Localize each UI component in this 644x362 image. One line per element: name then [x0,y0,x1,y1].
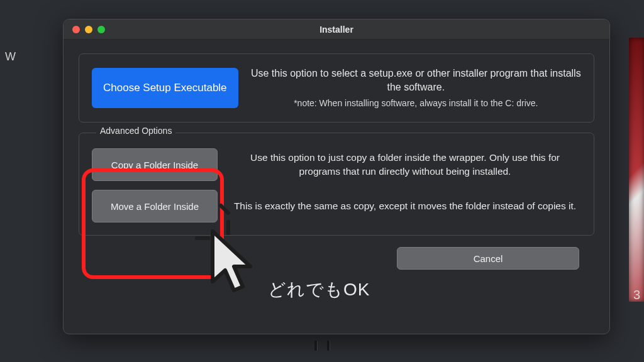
choose-setup-executable-button[interactable]: Choose Setup Executable [92,68,238,108]
move-row: Move a Folder Inside This is exactly the… [92,190,581,222]
top-panel-description: Use this option to select a setup.exe or… [251,67,581,109]
background-number: 3 [633,288,640,302]
installer-window: Installer Choose Setup Executable Use th… [63,19,610,334]
advanced-options-group: Advanced Options Copy a Folder Inside Us… [79,133,594,236]
dock-handle-icon [308,341,336,351]
top-panel: Choose Setup Executable Use this option … [79,53,594,123]
top-description-text: Use this option to select a setup.exe or… [251,68,581,92]
copy-description: Use this option to just copy a folder in… [229,151,581,179]
footer: Cancel [79,236,594,270]
cancel-button[interactable]: Cancel [397,247,579,270]
copy-row: Copy a Folder Inside Use this option to … [92,148,581,181]
window-title: Installer [64,25,609,35]
background-image-sliver [629,38,644,302]
move-folder-inside-button[interactable]: Move a Folder Inside [92,190,218,222]
copy-folder-inside-button[interactable]: Copy a Folder Inside [92,148,218,181]
advanced-options-legend: Advanced Options [96,126,175,136]
window-content: Choose Setup Executable Use this option … [64,40,609,280]
titlebar: Installer [64,19,609,40]
advanced-panel: Copy a Folder Inside Use this option to … [79,133,594,236]
move-description: This is exactly the same as copy, except… [229,199,581,213]
background-partial-text: W [5,50,24,65]
top-note-text: *note: When installing software, always … [251,97,581,110]
